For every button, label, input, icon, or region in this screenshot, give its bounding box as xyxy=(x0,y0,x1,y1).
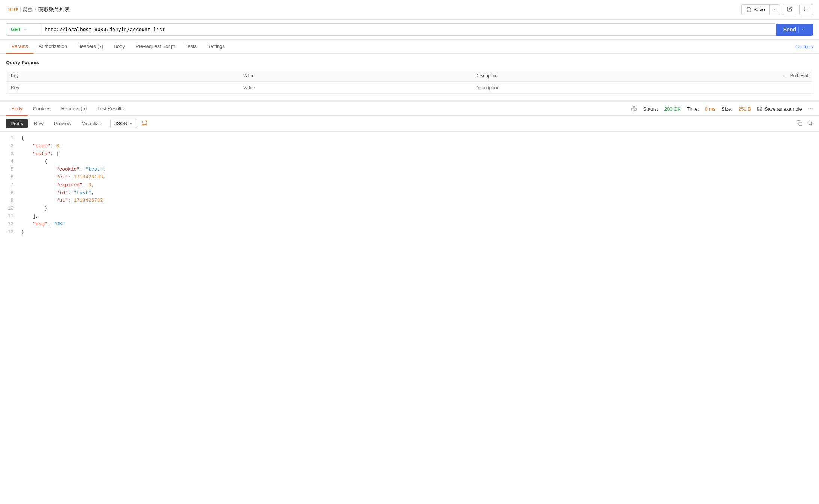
query-params-section: Query Params Key Value Description ··· B… xyxy=(0,54,819,100)
bulk-edit-header: ··· Bulk Edit xyxy=(703,70,813,82)
time-value: 8 ms xyxy=(705,106,715,112)
breadcrumb-sep: / xyxy=(35,7,36,12)
page-title: 获取账号列表 xyxy=(38,6,70,13)
format-tab-raw[interactable]: Raw xyxy=(29,119,48,128)
save-button-group: Save xyxy=(741,4,780,15)
svg-rect-2 xyxy=(799,122,802,126)
breadcrumb-parent: 爬虫 xyxy=(23,6,33,13)
send-button[interactable]: Send xyxy=(776,24,813,36)
more-icon: ··· xyxy=(783,73,787,78)
save-example-button[interactable]: Save as example xyxy=(757,106,802,112)
tab-settings[interactable]: Settings xyxy=(202,40,230,54)
format-tab-pretty[interactable]: Pretty xyxy=(6,119,28,128)
more-options-icon[interactable]: ··· xyxy=(808,105,813,112)
value-input[interactable] xyxy=(243,85,466,90)
code-viewer: 12345 678910 111213 { "code": 0, "data":… xyxy=(0,132,819,239)
method-select[interactable]: GET xyxy=(6,23,40,36)
wrap-icon[interactable] xyxy=(142,120,148,128)
size-label: Size: xyxy=(721,106,732,112)
format-tabs: Pretty Raw Preview Visualize JSON xyxy=(0,116,819,132)
format-dropdown-icon xyxy=(129,122,133,126)
query-params-title: Query Params xyxy=(6,60,813,65)
response-tab-body[interactable]: Body xyxy=(6,102,28,116)
svg-point-3 xyxy=(808,121,812,125)
send-dropdown-icon[interactable] xyxy=(798,27,805,33)
tab-headers[interactable]: Headers (7) xyxy=(72,40,109,54)
method-label: GET xyxy=(11,27,21,32)
tab-body[interactable]: Body xyxy=(108,40,130,54)
time-label: Time: xyxy=(687,106,699,112)
params-table: Key Value Description ··· Bulk Edit xyxy=(6,70,813,94)
request-tabs: Params Authorization Headers (7) Body Pr… xyxy=(0,40,819,54)
line-numbers: 12345 678910 111213 xyxy=(0,135,18,236)
description-input[interactable] xyxy=(475,85,698,90)
save-dropdown-button[interactable] xyxy=(769,4,780,15)
format-right-icons xyxy=(796,120,813,127)
comment-button[interactable] xyxy=(799,4,813,15)
response-tabs: Body Cookies Headers (5) Test Results St… xyxy=(0,102,819,116)
save-example-label: Save as example xyxy=(765,106,802,112)
save-button[interactable]: Save xyxy=(741,4,769,15)
tab-params[interactable]: Params xyxy=(6,40,33,54)
format-select-value: JSON xyxy=(114,121,128,126)
col-key: Key xyxy=(6,70,239,82)
top-bar-actions: Save xyxy=(741,4,813,15)
response-tab-test-results[interactable]: Test Results xyxy=(92,102,129,116)
svg-line-4 xyxy=(811,124,812,125)
cookies-link[interactable]: Cookies xyxy=(795,40,813,53)
response-tab-cookies[interactable]: Cookies xyxy=(28,102,56,116)
edit-button[interactable] xyxy=(783,4,796,15)
size-value: 251 B xyxy=(738,106,751,112)
format-tab-preview[interactable]: Preview xyxy=(50,119,76,128)
top-bar: HTTP 爬虫 / 获取账号列表 Save xyxy=(0,0,819,20)
save-label: Save xyxy=(754,7,765,12)
bulk-edit-label[interactable]: Bulk Edit xyxy=(790,73,808,78)
response-area: Body Cookies Headers (5) Test Results St… xyxy=(0,100,819,239)
url-input[interactable] xyxy=(40,23,776,36)
search-icon[interactable] xyxy=(807,120,813,127)
copy-icon[interactable] xyxy=(796,120,802,127)
json-code: { "code": 0, "data": [ { "cookie": "test… xyxy=(18,135,819,236)
params-empty-row xyxy=(6,82,813,94)
format-select[interactable]: JSON xyxy=(110,119,137,128)
response-meta: Status: 200 OK Time: 8 ms Size: 251 B Sa… xyxy=(631,105,813,112)
breadcrumb: HTTP 爬虫 / 获取账号列表 xyxy=(6,6,70,13)
col-description: Description xyxy=(471,70,703,82)
format-tab-visualize[interactable]: Visualize xyxy=(77,119,106,128)
response-tab-headers[interactable]: Headers (5) xyxy=(56,102,92,116)
col-value: Value xyxy=(239,70,471,82)
tab-pre-request-script[interactable]: Pre-request Script xyxy=(130,40,180,54)
tab-tests[interactable]: Tests xyxy=(180,40,202,54)
status-value: 200 OK xyxy=(664,106,681,112)
key-input[interactable] xyxy=(11,85,234,90)
status-label: Status: xyxy=(643,106,658,112)
send-label: Send xyxy=(783,27,796,33)
url-bar: GET Send xyxy=(0,20,819,40)
globe-icon xyxy=(631,106,637,112)
tab-authorization[interactable]: Authorization xyxy=(33,40,72,54)
http-badge: HTTP xyxy=(6,6,21,13)
